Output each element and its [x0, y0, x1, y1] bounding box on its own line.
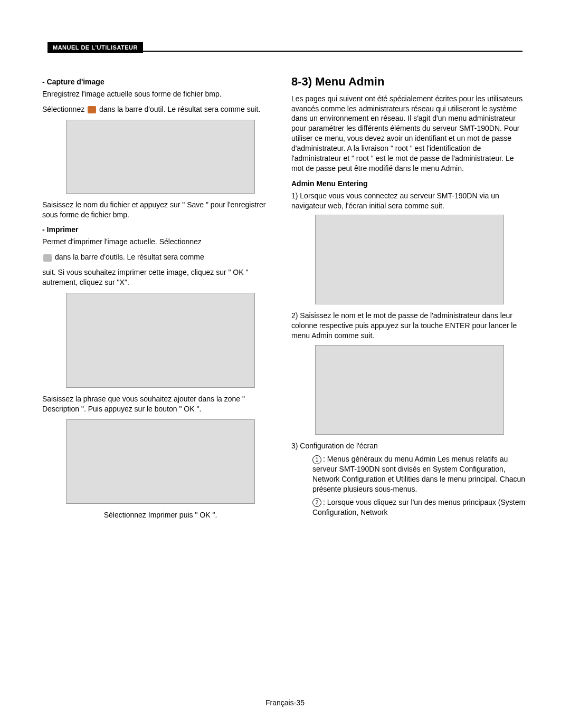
saveas-dialog-image — [66, 120, 255, 194]
printer-icon — [43, 254, 52, 262]
admin-menu-image — [315, 345, 504, 435]
left-column: Capture d'image Enregistrez l'image actu… — [42, 74, 279, 525]
browser-initial-image — [315, 215, 504, 304]
page-footer: Français-35 — [0, 698, 570, 707]
print-dialog-image — [66, 419, 255, 504]
imprimer-p1c: suit. Si vous souhaitez imprimer cette i… — [42, 267, 279, 288]
entering-li2: 2) Saisissez le nom et le mot de passe d… — [291, 311, 517, 340]
imprimer-p1: Permet d'imprimer l'image actuelle. Séle… — [42, 237, 279, 247]
circled-1-icon: 1 — [312, 455, 321, 464]
capture-p2: Saisissez le nom du fichier et appuyez s… — [42, 200, 279, 220]
menuadmin-title: 8-3) Menu Admin — [291, 74, 528, 90]
imprimer-p1b: dans la barre d'outils. Le résultat sera… — [42, 252, 279, 262]
circled-2-icon: 2 — [312, 498, 321, 507]
print-preview-image — [66, 293, 255, 388]
capture-title: Capture d'image — [42, 77, 279, 87]
right-column: 8-3) Menu Admin Les pages qui suivent on… — [291, 74, 528, 525]
imprimer-p3: Sélectionnez Imprimer puis " OK ". — [42, 510, 279, 520]
imprimer-title: Imprimer — [42, 225, 279, 235]
imprimer-p1b-post: dans la barre d'outils. Le résultat sera… — [55, 253, 204, 261]
capture-p1a: Enregistrez l'image actuelle sous forme … — [42, 89, 279, 99]
menuadmin-p1: Les pages qui suivent ont été spécialeme… — [291, 94, 528, 174]
entering-li3a: : Menus généraux du menu Admin Les menus… — [312, 455, 525, 493]
entering-li3b-wrap: 2: Lorsque vous cliquez sur l'un des men… — [291, 497, 528, 518]
capture-p1b: Sélectionnez dans la barre d'outil. Le r… — [42, 104, 279, 114]
capture-p1b-pre: Sélectionnez — [42, 105, 87, 113]
capture-p1b-post: dans la barre d'outil. Le résultat sera … — [99, 105, 260, 113]
entering-title: Admin Menu Entering — [291, 179, 528, 189]
imprimer-p2: Saisissez la phrase que vous souhaitez a… — [42, 394, 279, 414]
entering-li3b: : Lorsque vous cliquez sur l'un des menu… — [312, 498, 525, 516]
camera-icon — [88, 106, 96, 113]
header-rule — [48, 51, 522, 52]
entering-li1: 1) Lorsque vous vous connectez au serveu… — [291, 191, 528, 211]
entering-li3: 3) Configuration de l'écran — [291, 441, 528, 451]
entering-li3a-wrap: 1: Menus généraux du menu Admin Les menu… — [291, 454, 528, 494]
